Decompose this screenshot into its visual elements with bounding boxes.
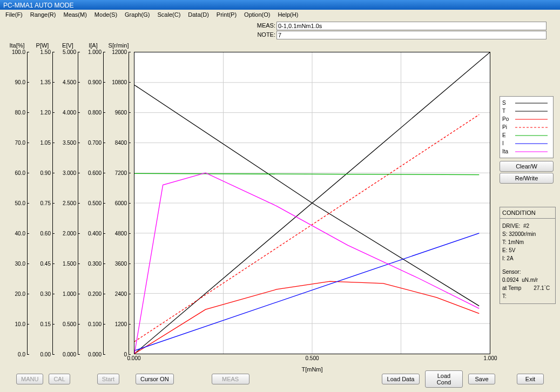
cond-i-val: 2A (507, 255, 513, 261)
y-tick-label: 4.000 (63, 110, 76, 116)
clear-button[interactable]: Clear/W (500, 161, 554, 172)
series-I (134, 233, 479, 351)
meas-button[interactable]: MEAS (212, 374, 249, 384)
y-tick-label: 4800 (115, 231, 127, 236)
cond-drive-lbl: DRIVE: (502, 223, 520, 229)
cond-t2-lbl: T: (502, 293, 507, 299)
x-tick-label: 1.000 (483, 355, 497, 361)
legend-label: E (502, 132, 513, 138)
meas-label: MEAS: (257, 22, 275, 30)
chart-area (134, 52, 490, 354)
cond-sensor-unit: uN.m/r (522, 277, 538, 283)
bottom-bar: MANU CAL Start Cursor ON MEAS Load Data … (0, 370, 560, 388)
menu-file[interactable]: File(F) (2, 11, 26, 19)
start-button[interactable]: Start (97, 374, 119, 384)
y-tick-label: 1.000 (63, 291, 76, 297)
legend-row: E (502, 131, 551, 139)
rewrite-button[interactable]: Re/Write (500, 173, 554, 184)
legend-row: Pi (502, 123, 551, 131)
y-tick-label: 2400 (115, 291, 127, 297)
y-axis: Ita[%]100.090.080.070.060.050.040.030.02… (4, 42, 30, 358)
y-tick-label: 0.200 (88, 291, 102, 297)
y-tick-label: 0.00 (41, 352, 51, 357)
legend-label: T (502, 108, 513, 114)
y-tick-label: 0.300 (88, 261, 102, 267)
y-tick-label: 70.0 (15, 140, 25, 146)
y-tick-label: 20.0 (15, 291, 25, 297)
cond-drive-val: #2 (523, 223, 529, 229)
y-tick-label: 1.000 (88, 49, 102, 55)
cond-s-val: 32000r/min (509, 231, 536, 237)
y-tick-label: 10800 (112, 79, 127, 85)
cond-i-lbl: I: (502, 255, 505, 261)
menu-help[interactable]: Help(H) (274, 11, 301, 19)
load-cond-button[interactable]: Load Cond (425, 370, 463, 388)
y-tick-label: 6000 (115, 200, 127, 206)
condition-panel: CONDITION DRIVE: #2 S: 32000r/min T: 1mN… (500, 207, 556, 304)
y-tick-label: 3600 (115, 261, 127, 267)
y-tick-label: 0.800 (88, 110, 102, 116)
y-tick-label: 1.05 (41, 140, 51, 146)
cond-sensor-val: 0.0924 (502, 277, 519, 283)
y-tick-label: 4.500 (63, 79, 76, 85)
y-tick-label: 1.20 (41, 110, 51, 116)
y-tick-label: 12000 (112, 49, 127, 55)
y-tick-label: 0.100 (88, 321, 102, 327)
y-tick-label: 3.500 (63, 140, 76, 146)
window-title: PC-MMA1 AUTO MODE (0, 0, 560, 10)
menu-option[interactable]: Option(O) (241, 11, 273, 19)
cursor-button[interactable]: Cursor ON (136, 374, 174, 384)
menu-print[interactable]: Print(P) (213, 11, 240, 19)
note-label: NOTE: (257, 31, 275, 39)
y-tick-label: 0.000 (88, 352, 102, 357)
cond-t-val: 1mNm (508, 239, 524, 245)
x-tick-label: 0.000 (127, 355, 140, 361)
y-tick-label: 0.45 (41, 261, 51, 267)
menu-graph[interactable]: Graph(G) (122, 11, 153, 19)
x-tick-label: 0.500 (305, 355, 319, 361)
y-axis: E[V]5.0004.5004.0003.5003.0002.5002.0001… (55, 42, 80, 358)
y-tick-label: 10.0 (15, 321, 25, 327)
y-tick-label: 0.30 (41, 291, 51, 297)
y-tick-label: 80.0 (15, 110, 25, 116)
y-tick-label: 1.50 (41, 49, 51, 55)
save-button[interactable]: Save (468, 374, 495, 384)
y-tick-label: 5.000 (63, 49, 76, 55)
y-tick-label: 0.0 (18, 352, 25, 357)
menu-range[interactable]: Range(R) (27, 11, 59, 19)
cond-sensor-lbl: Sensor: (502, 269, 521, 275)
legend-row: I (502, 139, 551, 147)
menu-mode[interactable]: Mode(S) (91, 11, 120, 19)
y-tick-label: 1200 (115, 321, 127, 327)
menu-scale[interactable]: Scale(C) (154, 11, 184, 19)
y-tick-label: 0.90 (41, 170, 51, 176)
series-S (134, 85, 479, 306)
chart-svg (134, 52, 490, 354)
meas-input[interactable] (276, 22, 546, 30)
menu-data[interactable]: Data(D) (185, 11, 212, 19)
note-input[interactable] (276, 31, 546, 39)
y-tick-label: 1.500 (63, 261, 76, 267)
meas-note-panel: MEAS: NOTE: (257, 22, 546, 39)
manu-button[interactable]: MANU (16, 374, 43, 384)
legend-label: I (502, 140, 513, 146)
cond-e-val: 5V (509, 247, 515, 253)
y-tick-label: 30.0 (15, 261, 25, 267)
cond-e-lbl: E: (502, 247, 507, 253)
menubar: File(F) Range(R) Meas(M) Mode(S) Graph(G… (0, 10, 560, 21)
y-tick-label: 7200 (115, 170, 127, 176)
load-data-button[interactable]: Load Data (382, 374, 420, 384)
y-tick-label: 0.000 (63, 352, 76, 357)
cal-button[interactable]: CAL (49, 374, 70, 384)
legend-label: Pi (502, 124, 513, 130)
y-tick-label: 0.500 (63, 321, 76, 327)
y-tick-label: 0.500 (88, 200, 102, 206)
y-tick-label: 40.0 (15, 231, 25, 236)
y-tick-label: 0.700 (88, 140, 102, 146)
menu-meas[interactable]: Meas(M) (60, 11, 90, 19)
y-tick-label: 100.0 (12, 49, 25, 55)
y-axis: S[r/min]12000108009600840072006000480036… (106, 42, 131, 358)
exit-button[interactable]: Exit (517, 374, 544, 384)
legend-row: S (502, 99, 551, 107)
y-tick-label: 0 (124, 352, 127, 357)
